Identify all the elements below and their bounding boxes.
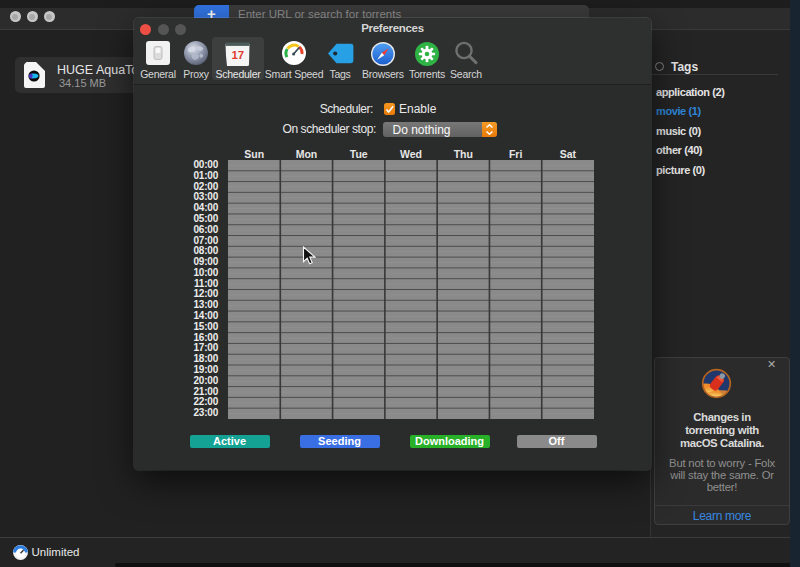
svg-text:17: 17: [231, 49, 244, 61]
